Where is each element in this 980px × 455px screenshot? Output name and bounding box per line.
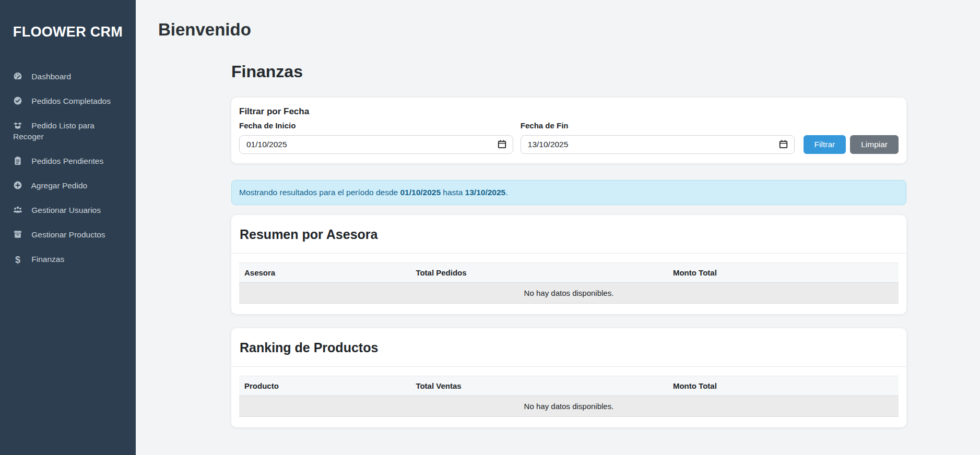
column-header: Monto Total xyxy=(668,263,899,283)
column-header: Monto Total xyxy=(668,376,899,396)
end-date-field: Fecha de Fin xyxy=(521,121,795,154)
app-brand: FLOOWER CRM xyxy=(0,0,136,40)
filtrar-button[interactable]: Filtrar xyxy=(804,135,846,154)
filter-row: Fecha de Inicio Fecha de Fin Filtrar xyxy=(239,121,899,154)
resumen-card-header: Resumen por Asesora xyxy=(231,215,906,254)
resumen-table: Asesora Total Pedidos Monto Total No hay… xyxy=(239,262,899,304)
dollar-icon: $ xyxy=(13,255,22,266)
resumen-card-body: Asesora Total Pedidos Monto Total No hay… xyxy=(231,254,906,314)
start-date-label: Fecha de Inicio xyxy=(239,121,513,130)
box-open-icon xyxy=(13,121,22,130)
clipboard-list-icon xyxy=(13,156,22,165)
column-header: Total Ventas xyxy=(410,376,668,396)
end-date-input[interactable] xyxy=(521,135,795,154)
sidebar-item-label: Agregar Pedido xyxy=(31,181,87,190)
sidebar-item-pedido-listo[interactable]: Pedido Listo para Recoger xyxy=(0,113,136,149)
table-header-row: Producto Total Ventas Monto Total xyxy=(239,376,899,396)
results-period-alert: Mostrando resultados para el período des… xyxy=(231,180,906,205)
ranking-card-title: Ranking de Productos xyxy=(240,339,898,356)
sidebar-item-label: Pedido Listo para Recoger xyxy=(13,121,95,141)
sidebar-item-gestionar-usuarios[interactable]: Gestionar Usuarios xyxy=(0,198,136,222)
calendar-icon[interactable] xyxy=(778,139,788,149)
alert-text: hasta xyxy=(441,188,465,197)
start-date-wrap xyxy=(239,135,513,154)
ranking-card-header: Ranking de Productos xyxy=(231,328,906,367)
finanzas-section: Finanzas Filtrar por Fecha Fecha de Inic… xyxy=(231,61,906,427)
end-date-wrap xyxy=(521,135,795,154)
sidebar-item-label: Gestionar Productos xyxy=(31,230,105,239)
sidebar-item-gestionar-productos[interactable]: Gestionar Productos xyxy=(0,222,136,247)
filter-card: Filtrar por Fecha Fecha de Inicio Fecha … xyxy=(231,98,906,163)
ranking-card-body: Producto Total Ventas Monto Total No hay… xyxy=(231,367,906,427)
empty-state-text: No hay datos disponibles. xyxy=(239,283,899,304)
sidebar-item-pedidos-completados[interactable]: Pedidos Completados xyxy=(0,89,136,113)
sidebar-item-dashboard[interactable]: Dashboard xyxy=(0,64,136,89)
start-date-input[interactable] xyxy=(239,135,513,154)
alert-date-from: 01/10/2025 xyxy=(400,188,441,197)
ranking-productos-card: Ranking de Productos Producto Total Vent… xyxy=(231,328,906,427)
plus-circle-icon xyxy=(13,181,22,190)
sidebar-item-label: Finanzas xyxy=(31,255,64,264)
table-row: No hay datos disponibles. xyxy=(239,283,899,304)
table-row: No hay datos disponibles. xyxy=(239,396,899,417)
sidebar-item-agregar-pedido[interactable]: Agregar Pedido xyxy=(0,173,136,198)
sidebar-item-pedidos-pendientes[interactable]: Pedidos Pendientes xyxy=(0,149,136,173)
alert-date-to: 13/10/2025 xyxy=(465,188,506,197)
column-header: Producto xyxy=(239,376,410,396)
ranking-table: Producto Total Ventas Monto Total No hay… xyxy=(239,376,899,417)
sidebar-item-label: Gestionar Usuarios xyxy=(31,206,101,214)
end-date-label: Fecha de Fin xyxy=(521,121,795,130)
sidebar-item-label: Pedidos Pendientes xyxy=(31,157,103,165)
limpiar-button[interactable]: Limpiar xyxy=(850,135,899,154)
table-header-row: Asesora Total Pedidos Monto Total xyxy=(239,263,899,283)
empty-state-text: No hay datos disponibles. xyxy=(239,396,899,417)
alert-text: . xyxy=(505,188,507,197)
column-header: Asesora xyxy=(239,263,410,283)
filter-title: Filtrar por Fecha xyxy=(239,106,899,117)
main-content: Bienvenido Finanzas Filtrar por Fecha Fe… xyxy=(136,0,980,427)
page-title: Bienvenido xyxy=(158,19,980,40)
gauge-icon xyxy=(13,71,22,81)
users-icon xyxy=(13,205,22,214)
resumen-card-title: Resumen por Asesora xyxy=(240,226,898,243)
section-title: Finanzas xyxy=(231,61,906,82)
start-date-field: Fecha de Inicio xyxy=(239,121,513,154)
sidebar-nav: Dashboard Pedidos Completados Pedido Lis… xyxy=(0,64,136,272)
alert-text: Mostrando resultados para el período des… xyxy=(239,188,400,197)
column-header: Total Pedidos xyxy=(410,263,668,283)
calendar-icon[interactable] xyxy=(497,139,507,149)
filter-buttons: Filtrar Limpiar xyxy=(802,135,899,154)
box-icon xyxy=(13,230,22,239)
sidebar: FLOOWER CRM Dashboard Pedidos Completado… xyxy=(0,0,136,455)
sidebar-item-finanzas[interactable]: $ Finanzas xyxy=(0,247,136,272)
check-circle-icon xyxy=(13,96,22,105)
resumen-asesora-card: Resumen por Asesora Asesora Total Pedido… xyxy=(231,215,906,314)
sidebar-item-label: Dashboard xyxy=(31,72,71,81)
sidebar-item-label: Pedidos Completados xyxy=(31,97,111,105)
